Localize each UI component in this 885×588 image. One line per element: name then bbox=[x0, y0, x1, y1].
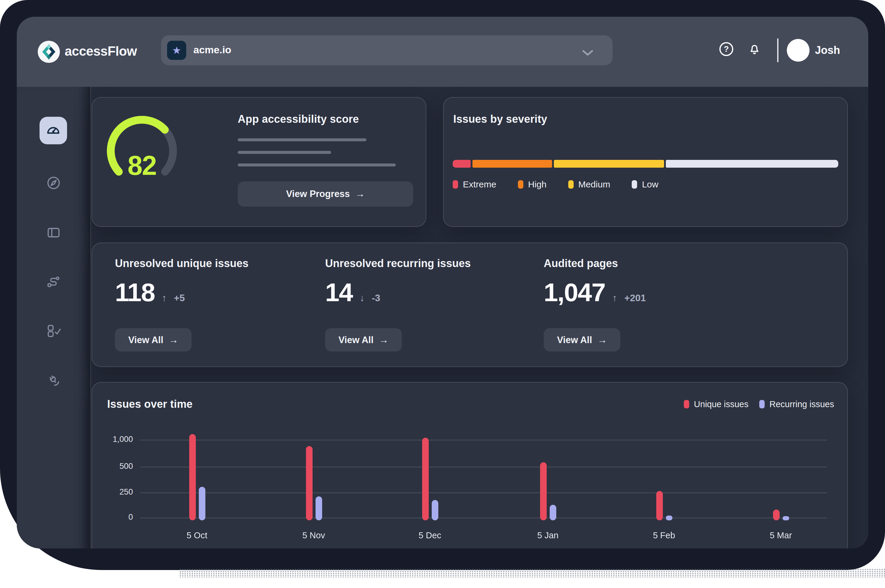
trend-up-icon: ↑ bbox=[162, 293, 167, 304]
y-tick-label: 500 bbox=[98, 462, 133, 471]
sidebar-item-flows[interactable] bbox=[39, 268, 67, 295]
route-icon bbox=[45, 273, 62, 290]
chevron-down-icon bbox=[582, 48, 593, 58]
x-axis-label: 5 Nov bbox=[290, 531, 338, 540]
help-icon[interactable]: ? bbox=[718, 41, 735, 57]
accessibility-score-card: 82 App accessibility score View Progress… bbox=[92, 97, 426, 227]
window-drop-shadow bbox=[180, 569, 885, 578]
sidebar-item-integrations[interactable] bbox=[39, 366, 67, 393]
view-all-label: View All bbox=[557, 334, 592, 345]
score-card-title: App accessibility score bbox=[238, 113, 359, 126]
bar-recurring-issues-5-Mar bbox=[782, 516, 789, 520]
legend-label: Medium bbox=[578, 179, 610, 189]
y-tick-label: 0 bbox=[98, 513, 133, 522]
brand-name: accessFlow bbox=[64, 44, 137, 59]
severity-stacked-bar bbox=[453, 160, 838, 168]
arrow-right-icon: → bbox=[379, 334, 388, 345]
y-tick-label: 1,000 bbox=[98, 435, 133, 444]
accessflow-logo-icon bbox=[38, 41, 60, 63]
legend-label: High bbox=[528, 179, 547, 189]
chart-legend-item: Recurring issues bbox=[759, 399, 834, 409]
bar-unique-issues-5-Jan bbox=[540, 462, 546, 520]
layout-icon bbox=[45, 224, 62, 240]
stat-change: +201 bbox=[624, 293, 646, 304]
placeholder-line bbox=[238, 164, 396, 166]
severity-segment-medium bbox=[554, 160, 664, 168]
legend-swatch bbox=[453, 180, 458, 188]
notifications-bell-icon[interactable] bbox=[746, 41, 763, 57]
view-all-button[interactable]: View All → bbox=[325, 328, 402, 351]
issues-over-time-card: Issues over time Unique issuesRecurring … bbox=[92, 382, 848, 549]
project-selector-dropdown[interactable]: ★ acme.io bbox=[161, 35, 612, 65]
bar-unique-issues-5-Nov bbox=[306, 446, 312, 520]
gridline-500 bbox=[140, 466, 827, 467]
user-avatar[interactable] bbox=[787, 39, 810, 62]
stat-title: Unresolved unique issues bbox=[115, 258, 249, 270]
grid-check-icon bbox=[45, 322, 62, 339]
stat-value: 1,047 bbox=[544, 278, 605, 307]
severity-segment-low bbox=[666, 160, 838, 168]
legend-swatch bbox=[632, 180, 637, 188]
severity-card-title: Issues by severity bbox=[453, 113, 547, 126]
placeholder-line bbox=[238, 151, 331, 154]
sidebar-item-explore[interactable] bbox=[39, 169, 67, 196]
project-star-icon: ★ bbox=[167, 41, 186, 60]
x-axis-label: 5 Oct bbox=[173, 531, 221, 540]
severity-segment-extreme bbox=[453, 160, 471, 168]
bar-recurring-issues-5-Feb bbox=[666, 515, 672, 520]
chart-legend: Unique issuesRecurring issues bbox=[684, 399, 834, 409]
severity-legend: ExtremeHighMediumLow bbox=[453, 179, 658, 189]
placeholder-line bbox=[238, 138, 366, 141]
legend-label: Low bbox=[642, 179, 658, 189]
score-value: 82 bbox=[103, 150, 181, 182]
x-axis-label: 5 Mar bbox=[757, 531, 805, 540]
compass-icon bbox=[45, 174, 62, 191]
summary-stats-card: Unresolved unique issues 118 ↑ +5 View A… bbox=[92, 243, 848, 367]
y-tick-label: 250 bbox=[98, 488, 133, 496]
user-name: Josh bbox=[815, 44, 840, 57]
sidebar-item-pages[interactable] bbox=[39, 219, 67, 246]
severity-legend-item-high: High bbox=[518, 179, 547, 189]
view-all-button[interactable]: View All → bbox=[115, 328, 192, 351]
bar-unique-issues-5-Feb bbox=[656, 491, 663, 520]
sidebar-item-dashboard[interactable] bbox=[39, 117, 67, 144]
bar-recurring-issues-5-Nov bbox=[315, 496, 322, 520]
bar-recurring-issues-5-Jan bbox=[549, 505, 556, 520]
legend-label: Recurring issues bbox=[770, 399, 834, 409]
sidebar-item-audits[interactable] bbox=[39, 317, 67, 344]
app-shell: accessFlow ★ acme.io ? bbox=[17, 17, 868, 549]
bar-unique-issues-5-Oct bbox=[189, 434, 195, 520]
trend-down-icon: ↓ bbox=[360, 293, 364, 304]
legend-swatch bbox=[518, 180, 524, 188]
arrow-right-icon: → bbox=[598, 334, 607, 345]
stat-value: 118 bbox=[115, 278, 155, 307]
svg-text:?: ? bbox=[724, 45, 729, 54]
legend-label: Unique issues bbox=[694, 399, 748, 409]
severity-legend-item-extreme: Extreme bbox=[453, 179, 496, 189]
bar-unique-issues-5-Dec bbox=[422, 438, 428, 520]
stat-title: Unresolved recurring issues bbox=[325, 258, 471, 270]
bar-recurring-issues-5-Oct bbox=[198, 487, 205, 520]
plug-icon bbox=[45, 372, 62, 388]
gridline-0 bbox=[140, 518, 827, 518]
severity-segment-high bbox=[473, 160, 552, 168]
bar-recurring-issues-5-Dec bbox=[431, 500, 438, 520]
stat-title: Audited pages bbox=[544, 258, 618, 270]
legend-swatch bbox=[684, 400, 689, 408]
legend-swatch bbox=[759, 400, 765, 408]
legend-swatch bbox=[568, 180, 573, 188]
view-progress-button[interactable]: View Progress → bbox=[238, 182, 413, 207]
gridline-1000 bbox=[140, 440, 827, 440]
sidebar-nav bbox=[17, 87, 91, 549]
stat-change: -3 bbox=[372, 293, 380, 304]
view-all-button[interactable]: View All → bbox=[544, 328, 620, 351]
legend-label: Extreme bbox=[463, 179, 496, 189]
x-axis-label: 5 Dec bbox=[406, 531, 454, 540]
gridline-250 bbox=[140, 492, 827, 493]
stat-change: +5 bbox=[174, 293, 185, 304]
issues-by-severity-card: Issues by severity ExtremeHighMediumLow bbox=[443, 97, 848, 227]
app-page: accessFlow ★ acme.io ? bbox=[0, 0, 885, 588]
stat-value: 14 bbox=[325, 278, 352, 307]
header-divider bbox=[777, 38, 778, 62]
project-selector-value: acme.io bbox=[194, 44, 231, 56]
